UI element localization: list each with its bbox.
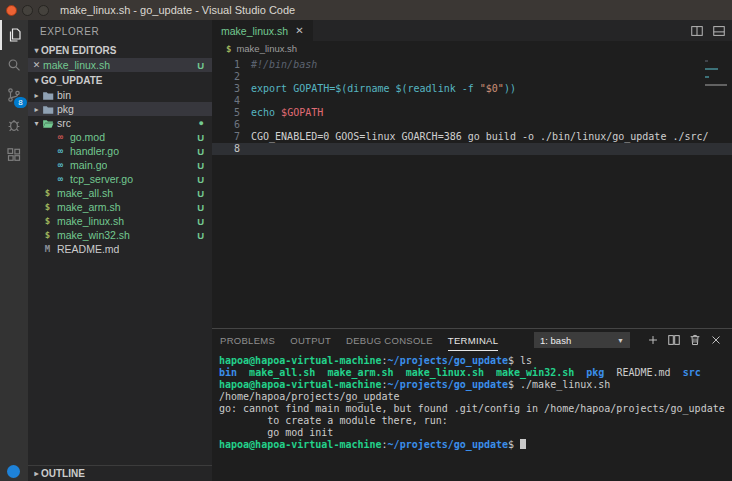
minimap[interactable]: [705, 60, 729, 92]
line-number: 5: [212, 107, 251, 119]
panel-tab-output[interactable]: OUTPUT: [290, 329, 331, 351]
git-status-badge: U: [197, 160, 204, 171]
terminal-token: src: [683, 367, 701, 378]
terminal-line: hapoa@hapoa-virtual-machine:~/projects/g…: [219, 355, 732, 367]
tab-make-linux-sh[interactable]: make_linux.sh ✕: [212, 20, 313, 41]
kill-terminal-icon[interactable]: [687, 332, 703, 348]
go-icon: ∞: [54, 145, 67, 158]
breadcrumb[interactable]: $ make_linux.sh: [212, 41, 732, 56]
scm-count-badge: 8: [14, 97, 27, 108]
search-icon[interactable]: [0, 50, 28, 80]
line-text: echo $GOPATH: [251, 107, 323, 119]
sh-icon: $: [41, 187, 54, 200]
extensions-icon[interactable]: [0, 140, 28, 170]
tree-item-label: tcp_server.go: [70, 173, 133, 185]
code-editor[interactable]: 1#!/bin/bash23export GOPATH=$(dirname $(…: [212, 56, 732, 328]
terminal-token: go mod init: [219, 427, 333, 438]
folder-section-header[interactable]: ▾ GO_UPDATE: [28, 72, 212, 88]
terminal-token: hapoa@hapoa-virtual-machine: [219, 439, 382, 450]
outline-section-header[interactable]: ▸ OUTLINE: [28, 465, 212, 481]
open-editor-make-linux-sh[interactable]: ✕make_linux.shU: [28, 58, 212, 72]
explorer-icon[interactable]: [0, 20, 28, 50]
notification-dot-icon[interactable]: [7, 465, 20, 478]
tree-item-main-go[interactable]: ∞main.goU: [28, 158, 212, 172]
open-editors-header[interactable]: ▾ OPEN EDITORS: [28, 42, 212, 58]
git-status-badge: U: [197, 132, 204, 143]
terminal-token: README.md: [616, 367, 670, 378]
code-line-1[interactable]: 1#!/bin/bash: [212, 59, 732, 71]
terminal-token: ~/projects/go_update: [388, 379, 508, 390]
line-number: 7: [212, 131, 251, 143]
shell-file-icon: $: [226, 44, 231, 54]
workbench: 8 EXPLORER ▾ OPEN EDITORS ✕make_linux.sh…: [0, 20, 732, 481]
title-bar: make_linux.sh - go_update - Visual Studi…: [0, 0, 732, 20]
terminal-token: make_all.sh: [249, 367, 315, 378]
terminal-output[interactable]: hapoa@hapoa-virtual-machine:~/projects/g…: [212, 351, 732, 481]
chevron-right-icon: ▸: [32, 91, 41, 100]
panel-tab-terminal[interactable]: TERMINAL: [448, 329, 498, 351]
line-number: 4: [212, 95, 251, 107]
split-terminal-icon[interactable]: [666, 332, 682, 348]
new-terminal-icon[interactable]: [645, 332, 661, 348]
gomod-icon: ∞: [54, 131, 67, 144]
terminal-token: bin: [219, 367, 237, 378]
code-line-4[interactable]: 4: [212, 95, 732, 107]
terminal-line: /home/hapoa/projects/go_update: [219, 391, 732, 403]
tree-item-label: README.md: [57, 243, 119, 255]
tree-item-pkg[interactable]: ▸pkg: [28, 102, 212, 116]
tree-item-make-arm-sh[interactable]: $make_arm.shU: [28, 200, 212, 214]
tree-item-bin[interactable]: ▸bin: [28, 88, 212, 102]
terminal-token: ~/projects/go_update: [388, 439, 508, 450]
panel-tab-problems[interactable]: PROBLEMS: [220, 329, 275, 351]
code-token: CGO_ENABLED=0 GOOS=linux GOARCH=386 go b…: [251, 131, 709, 142]
source-control-icon[interactable]: 8: [0, 80, 28, 110]
editor-actions: [690, 20, 726, 41]
code-line-6[interactable]: 6: [212, 119, 732, 131]
tree-item-src[interactable]: ▾src●: [28, 116, 212, 130]
tree-item-label: bin: [57, 89, 71, 101]
window-minimize-button[interactable]: [22, 5, 33, 16]
terminal-token: hapoa@hapoa-virtual-machine: [219, 355, 382, 366]
window-close-button[interactable]: [6, 5, 17, 16]
git-status-badge: U: [197, 230, 204, 241]
terminal-token: [315, 367, 327, 378]
terminal-token: [237, 367, 249, 378]
terminal-picker[interactable]: 1: bash ▼: [534, 332, 630, 348]
code-token: $GOPATH: [281, 107, 323, 118]
editor-layout-icon[interactable]: [712, 24, 726, 38]
panel-bar: PROBLEMSOUTPUTDEBUG CONSOLETERMINAL 1: b…: [212, 329, 732, 351]
terminal-token: $ ls: [508, 355, 532, 366]
tree-item-handler-go[interactable]: ∞handler.goU: [28, 144, 212, 158]
git-changes-dot: ●: [199, 118, 204, 128]
close-editor-icon[interactable]: ✕: [28, 60, 43, 70]
window-maximize-button[interactable]: [38, 5, 49, 16]
code-line-8[interactable]: 8: [212, 143, 732, 155]
tree-item-label: make_all.sh: [57, 187, 113, 199]
panel-tab-debug-console[interactable]: DEBUG CONSOLE: [346, 329, 433, 351]
code-line-3[interactable]: 3export GOPATH=$(dirname $(readlink -f "…: [212, 83, 732, 95]
tree-item-go-mod[interactable]: ∞go.modU: [28, 130, 212, 144]
tree-item-make-win32-sh[interactable]: $make_win32.shU: [28, 228, 212, 242]
tab-label: make_linux.sh: [221, 25, 288, 37]
terminal-token: ~/projects/go_update: [388, 355, 508, 366]
tab-close-icon[interactable]: ✕: [295, 25, 303, 36]
debug-icon[interactable]: [0, 110, 28, 140]
chevron-down-icon: ▾: [32, 76, 41, 85]
tree-item-readme-md[interactable]: MREADME.md: [28, 242, 212, 256]
sh-icon: $: [41, 201, 54, 214]
chevron-right-icon: ▸: [32, 105, 41, 114]
code-line-2[interactable]: 2: [212, 71, 732, 83]
code-line-7[interactable]: 7CGO_ENABLED=0 GOOS=linux GOARCH=386 go …: [212, 131, 732, 143]
tree-item-tcp-server-go[interactable]: ∞tcp_server.goU: [28, 172, 212, 186]
terminal-cursor: [520, 439, 526, 449]
terminal-token: make_linux.sh: [406, 367, 484, 378]
bottom-panel: PROBLEMSOUTPUTDEBUG CONSOLETERMINAL 1: b…: [212, 328, 732, 481]
tree-item-make-all-sh[interactable]: $make_all.shU: [28, 186, 212, 200]
tree-item-make-linux-sh[interactable]: $make_linux.shU: [28, 214, 212, 228]
close-panel-icon[interactable]: [708, 332, 724, 348]
minimap-line: [705, 60, 708, 62]
split-editor-icon[interactable]: [690, 24, 704, 38]
explorer-sidebar: EXPLORER ▾ OPEN EDITORS ✕make_linux.shU …: [28, 20, 212, 481]
md-icon: M: [41, 243, 54, 256]
code-line-5[interactable]: 5echo $GOPATH: [212, 107, 732, 119]
